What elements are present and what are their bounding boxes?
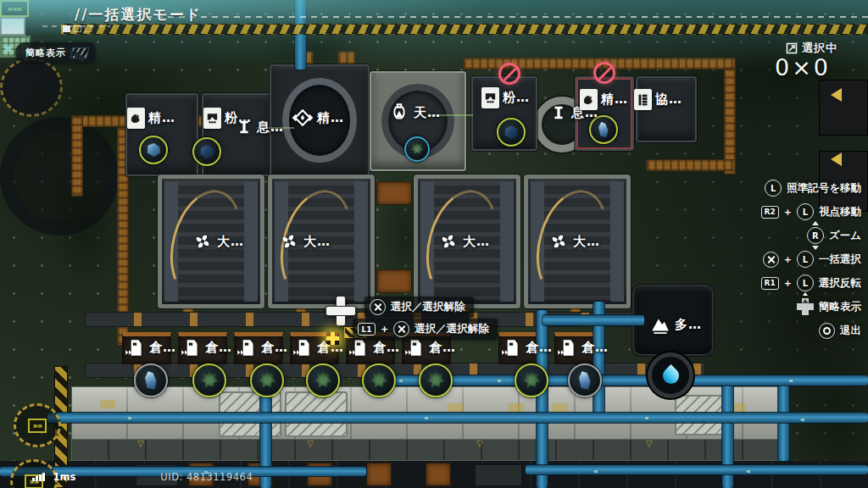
- plus-separator: +: [784, 207, 792, 218]
- hud: //一括選択モード 簡略表示 選択中 0×0 L照準記号を移動R2+L視点移動R…: [0, 0, 868, 488]
- stick-r-updown-icon: R: [807, 227, 824, 244]
- stick-l-icon: L: [765, 180, 782, 197]
- control-hints: L照準記号を移動R2+L視点移動Rズーム+L一括選択R1+L選択反転簡略表示退出: [761, 180, 861, 346]
- control-hint-label: 簡略表示: [819, 300, 861, 314]
- button-circle-icon: [819, 323, 835, 339]
- stick-l-icon: L: [797, 251, 814, 268]
- progress-block-filled: [63, 25, 70, 32]
- control-hint-row: R2+L視点移動: [761, 203, 861, 220]
- mode-title: //一括選択モード: [75, 5, 202, 25]
- button-cross-icon: [763, 252, 779, 268]
- uid-text: UID: 4813119464: [160, 471, 253, 483]
- dpad-up-icon: [797, 298, 814, 315]
- network-signal-icon: [32, 473, 45, 481]
- mode-title-text: //一括選択モード: [75, 5, 202, 25]
- control-hint-label: 選択反転: [819, 276, 861, 291]
- plus-separator: +: [381, 324, 388, 335]
- selection-count: 0×0: [766, 54, 839, 80]
- simplified-display-label: 簡略表示: [25, 47, 66, 59]
- action-tooltip-label: 選択／選択解除: [391, 300, 465, 314]
- control-hint-label: 一括選択: [819, 252, 861, 267]
- stick-l-icon: L: [797, 274, 814, 291]
- action-tooltip: 選択／選択解除: [364, 297, 474, 318]
- button-cross-icon: [393, 321, 409, 337]
- control-hint-row: 退出: [819, 322, 861, 339]
- control-hint-label: 退出: [840, 324, 861, 338]
- control-hint-label: 照準記号を移動: [787, 181, 861, 196]
- control-hint-label: 視点移動: [819, 205, 861, 219]
- control-hint-row: L照準記号を移動: [765, 180, 861, 197]
- plus-separator: +: [784, 278, 792, 289]
- control-hint-label: ズーム: [829, 229, 861, 243]
- control-hint-row: 簡略表示: [797, 298, 861, 315]
- plus-separator: +: [784, 254, 792, 265]
- selection-mode-icon: [786, 42, 798, 54]
- control-hint-row: R1+L選択反転: [761, 274, 861, 291]
- button-r2-icon: R2: [761, 206, 779, 219]
- action-tooltip-label: 選択／選択解除: [415, 322, 489, 336]
- progress-block-empty: [85, 25, 92, 32]
- game-screen: «««▽▽▽▽»«««««««»«»»»»精…粉…息…精…天…粉…息…精…協…大…: [0, 0, 868, 488]
- status-bar: 1ms UID: 4813119464: [32, 471, 253, 483]
- button-r1-icon: R1: [761, 277, 779, 290]
- stick-l-icon: L: [797, 203, 814, 220]
- ping-value: 1ms: [53, 471, 76, 483]
- control-hint-row: +L一括選択: [763, 251, 861, 268]
- button-cross-icon: [370, 299, 386, 315]
- button-l1-icon: L1: [358, 323, 376, 336]
- action-tooltip: L1+選択／選択解除: [353, 319, 498, 340]
- progress-block-empty: [74, 25, 81, 32]
- control-hint-row: Rズーム: [807, 227, 861, 244]
